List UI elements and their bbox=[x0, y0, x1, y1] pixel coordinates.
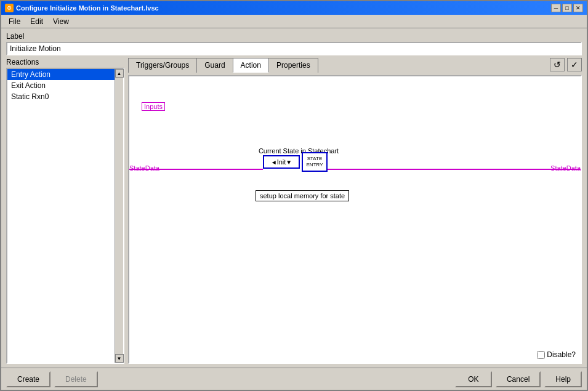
statedata-left-label: StateData bbox=[129, 164, 159, 172]
menu-edit[interactable]: Edit bbox=[25, 16, 48, 27]
setup-box: setup local memory for state bbox=[256, 190, 349, 201]
reactions-label: Reactions bbox=[6, 58, 124, 67]
minimize-button[interactable]: ─ bbox=[551, 4, 561, 12]
menu-view[interactable]: View bbox=[48, 16, 74, 27]
create-button[interactable]: Create bbox=[6, 371, 50, 387]
init-arrow-icon: ◄ bbox=[271, 159, 277, 166]
refresh-button[interactable]: ↺ bbox=[550, 58, 565, 71]
maximize-button[interactable]: □ bbox=[562, 4, 572, 12]
tab-properties[interactable]: Properties bbox=[268, 58, 318, 73]
main-panel: Reactions Entry Action Exit Action Stati… bbox=[6, 58, 582, 364]
delete-button[interactable]: Delete bbox=[54, 371, 98, 387]
inputs-label: Inputs bbox=[142, 102, 165, 111]
main-window: ⚙ Configure Initialize Motion in Statech… bbox=[0, 0, 588, 391]
tabs-row: Triggers/Groups Guard Action Properties … bbox=[128, 58, 582, 73]
disable-checkbox[interactable] bbox=[537, 351, 545, 359]
check-button[interactable]: ✓ bbox=[567, 58, 582, 71]
close-button[interactable]: ✕ bbox=[573, 4, 583, 12]
tabs: Triggers/Groups Guard Action Properties bbox=[128, 58, 318, 73]
scroll-down-arrow[interactable]: ▼ bbox=[115, 354, 124, 363]
reaction-item-entry[interactable]: Entry Action bbox=[7, 69, 115, 80]
reaction-item-static[interactable]: Static Rxn0 bbox=[7, 91, 115, 102]
reactions-panel: Reactions Entry Action Exit Action Stati… bbox=[6, 58, 124, 364]
app-icon: ⚙ bbox=[5, 4, 14, 12]
menu-bar: File Edit View bbox=[1, 15, 587, 28]
state-line1: STATE bbox=[307, 156, 323, 162]
ok-button[interactable]: OK bbox=[455, 371, 492, 387]
wire-right bbox=[328, 169, 581, 170]
tab-triggers[interactable]: Triggers/Groups bbox=[128, 58, 197, 73]
label-heading: Label bbox=[6, 32, 582, 41]
scroll-up-arrow[interactable]: ▲ bbox=[115, 69, 124, 78]
disable-section: Disable? bbox=[537, 350, 576, 359]
diagram-area[interactable]: Inputs Current State in Statechart ◄ Ini… bbox=[128, 75, 582, 364]
bottom-buttons-bar: Create Delete OK Cancel Help bbox=[1, 368, 587, 390]
label-section: Label bbox=[6, 32, 582, 55]
state-line2: ENTRY bbox=[307, 162, 323, 168]
label-input[interactable] bbox=[6, 42, 582, 55]
tab-guard[interactable]: Guard bbox=[196, 58, 233, 73]
title-bar-buttons: ─ □ ✕ bbox=[551, 4, 583, 12]
reactions-list: Entry Action Exit Action Static Rxn0 bbox=[7, 69, 115, 363]
init-dropdown-icon: ▼ bbox=[286, 159, 292, 166]
help-button[interactable]: Help bbox=[544, 371, 582, 387]
init-node[interactable]: ◄ Init ▼ bbox=[263, 155, 300, 169]
disable-label: Disable? bbox=[547, 350, 576, 359]
right-panel: Triggers/Groups Guard Action Properties … bbox=[128, 58, 582, 364]
init-label: Init bbox=[277, 158, 286, 166]
content-area: Label Reactions Entry Action Exit Action… bbox=[1, 28, 587, 368]
tab-action[interactable]: Action bbox=[233, 58, 269, 73]
title-bar: ⚙ Configure Initialize Motion in Statech… bbox=[1, 1, 587, 15]
window-title: Configure Initialize Motion in Statechar… bbox=[16, 4, 549, 12]
state-entry-box: STATE ENTRY bbox=[302, 152, 328, 172]
reaction-item-exit[interactable]: Exit Action bbox=[7, 80, 115, 91]
diagram-inner: Inputs Current State in Statechart ◄ Ini… bbox=[129, 76, 581, 363]
node-label: Current State in Statechart bbox=[249, 147, 348, 155]
menu-file[interactable]: File bbox=[4, 16, 25, 27]
statedata-right-label: StateData bbox=[550, 164, 581, 172]
cancel-button[interactable]: Cancel bbox=[496, 371, 541, 387]
top-buttons: ↺ ✓ bbox=[550, 58, 582, 73]
